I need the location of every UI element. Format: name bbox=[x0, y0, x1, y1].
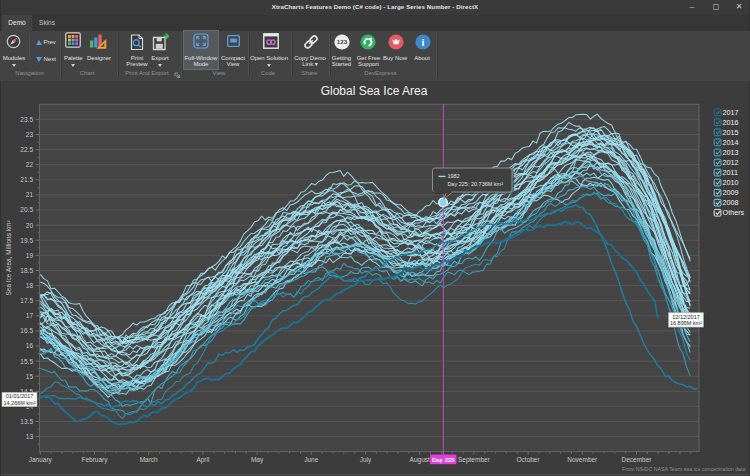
svg-text:16.895M km²: 16.895M km² bbox=[670, 320, 702, 326]
svg-text:September: September bbox=[458, 456, 491, 464]
svg-text:20: 20 bbox=[26, 222, 34, 229]
svg-text:13: 13 bbox=[26, 433, 34, 440]
svg-text:22: 22 bbox=[26, 161, 34, 168]
svg-text:Others: Others bbox=[723, 208, 745, 217]
svg-text:15: 15 bbox=[26, 373, 34, 380]
svg-text:December: December bbox=[622, 456, 653, 463]
svg-text:Day 225: Day 225 bbox=[432, 457, 455, 463]
svg-text:March: March bbox=[140, 456, 158, 463]
svg-text:2015: 2015 bbox=[723, 128, 739, 137]
svg-text:12/12/2017: 12/12/2017 bbox=[672, 314, 700, 320]
svg-text:2012: 2012 bbox=[723, 158, 739, 167]
svg-text:July: July bbox=[360, 456, 372, 464]
svg-text:i: i bbox=[422, 37, 425, 48]
svg-text:16: 16 bbox=[26, 342, 34, 349]
svg-text:20.5: 20.5 bbox=[20, 206, 33, 213]
svg-text:01/01/2017: 01/01/2017 bbox=[6, 393, 34, 399]
svg-text:21: 21 bbox=[26, 191, 34, 198]
svg-text:18: 18 bbox=[26, 282, 34, 289]
svg-text:2017: 2017 bbox=[723, 108, 739, 117]
svg-text:23.5: 23.5 bbox=[20, 116, 33, 123]
svg-text:Day 225: 20.736M km²: Day 225: 20.736M km² bbox=[447, 181, 503, 187]
svg-text:November: November bbox=[567, 456, 598, 463]
svg-text:22.5: 22.5 bbox=[20, 146, 33, 153]
svg-text:June: June bbox=[304, 456, 318, 463]
svg-text:October: October bbox=[517, 456, 541, 463]
svg-text:21.5: 21.5 bbox=[20, 176, 33, 183]
svg-text:2016: 2016 bbox=[723, 118, 739, 127]
svg-text:Global Sea Ice Area: Global Sea Ice Area bbox=[321, 84, 428, 98]
svg-text:123: 123 bbox=[336, 39, 347, 46]
svg-text:2009: 2009 bbox=[723, 188, 739, 197]
svg-text:August: August bbox=[410, 456, 430, 464]
svg-text:From NSIDC NASA Team sea ice c: From NSIDC NASA Team sea ice concentrati… bbox=[622, 466, 746, 472]
svg-text:2011: 2011 bbox=[723, 168, 738, 177]
svg-text:April: April bbox=[196, 456, 210, 464]
svg-text:17.5: 17.5 bbox=[20, 297, 33, 304]
svg-text:2014: 2014 bbox=[723, 138, 739, 147]
svg-text:May: May bbox=[251, 456, 264, 464]
svg-text:15.5: 15.5 bbox=[20, 358, 33, 365]
svg-text:19: 19 bbox=[26, 252, 34, 259]
svg-text:18.5: 18.5 bbox=[20, 267, 33, 274]
svg-text:January: January bbox=[29, 456, 53, 464]
svg-text:1982: 1982 bbox=[447, 173, 459, 179]
svg-text:17: 17 bbox=[26, 312, 34, 319]
svg-text:February: February bbox=[81, 456, 108, 464]
svg-text:23: 23 bbox=[26, 131, 34, 138]
svg-text:2013: 2013 bbox=[723, 148, 739, 157]
svg-text:14.266M km²: 14.266M km² bbox=[3, 400, 35, 406]
svg-text:2008: 2008 bbox=[723, 198, 739, 207]
svg-text:13.5: 13.5 bbox=[20, 418, 33, 425]
svg-text:19.5: 19.5 bbox=[20, 237, 33, 244]
svg-text:2010: 2010 bbox=[723, 178, 739, 187]
svg-text:Sea Ice Area, Millions km²: Sea Ice Area, Millions km² bbox=[5, 220, 12, 296]
svg-text:16.5: 16.5 bbox=[20, 327, 33, 334]
